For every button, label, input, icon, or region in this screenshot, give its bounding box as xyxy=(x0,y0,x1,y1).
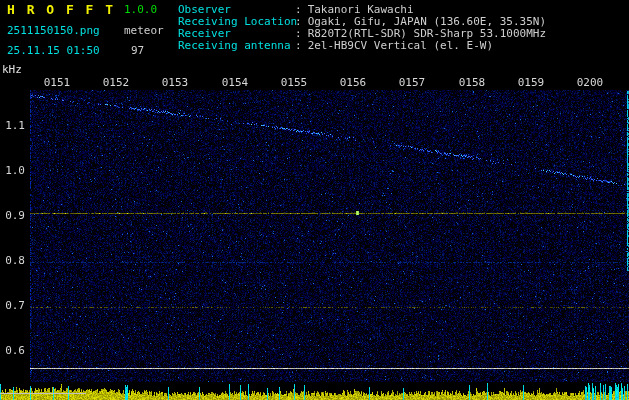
info-row-antenna: Receiving antenna:2el-HB9CV Vertical (el… xyxy=(178,40,493,52)
echo-count: 97 xyxy=(131,45,144,57)
y-tick-label: 0.9 xyxy=(4,210,25,222)
spectrogram-canvas xyxy=(0,0,629,400)
x-tick-label: 0154 xyxy=(220,77,250,89)
x-tick-label: 0200 xyxy=(575,77,605,89)
info-value: 2el-HB9CV Vertical (el. E-W) xyxy=(308,40,493,52)
info-label: Receiving antenna xyxy=(178,40,295,52)
x-tick-label: 0156 xyxy=(338,77,368,89)
info-separator: : xyxy=(295,40,308,52)
y-tick-label: 0.6 xyxy=(4,345,25,357)
mode-label: meteor xyxy=(124,25,164,37)
y-tick-label: 0.7 xyxy=(4,300,25,312)
x-tick-label: 0151 xyxy=(42,77,72,89)
y-tick-label: 1.1 xyxy=(4,120,25,132)
x-tick-label: 0153 xyxy=(160,77,190,89)
app-title: H R O F F T xyxy=(7,2,115,17)
output-filename: 2511150150.png xyxy=(7,25,100,37)
y-axis-unit-label: kHz xyxy=(2,64,22,76)
y-tick-label: 0.8 xyxy=(4,255,25,267)
datetime-label: 25.11.15 01:50 xyxy=(7,45,100,57)
y-tick-label: 1.0 xyxy=(4,165,25,177)
x-tick-label: 0152 xyxy=(101,77,131,89)
hrofft-window: H R O F F T 1.0.0 2511150150.png meteor … xyxy=(0,0,629,400)
x-tick-label: 0155 xyxy=(279,77,309,89)
app-version: 1.0.0 xyxy=(124,4,157,16)
x-tick-label: 0157 xyxy=(397,77,427,89)
x-tick-label: 0158 xyxy=(457,77,487,89)
x-tick-label: 0159 xyxy=(516,77,546,89)
